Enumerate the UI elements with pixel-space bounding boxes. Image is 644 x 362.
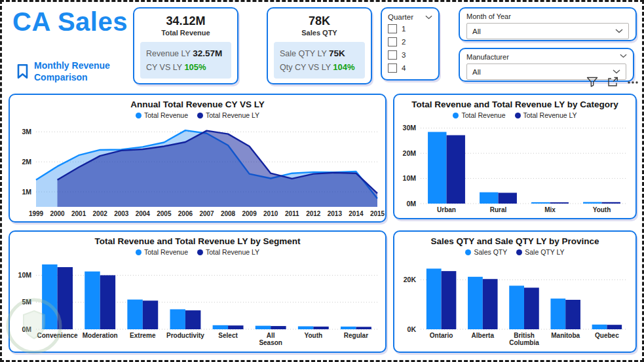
svg-text:2013: 2013 <box>328 210 343 217</box>
svg-text:1M: 1M <box>22 188 31 196</box>
svg-text:30M: 30M <box>403 124 417 132</box>
svg-text:0K: 0K <box>407 325 417 333</box>
chevron-down-icon[interactable] <box>613 69 620 74</box>
month-slicer-title: Month of Year <box>466 12 629 20</box>
legend-item: Total Revenue LY <box>197 111 259 119</box>
bar-chart-plot[interactable]: 0M10M20M30MUrbanRuralMixYouth <box>394 119 635 218</box>
svg-text:20K: 20K <box>404 276 417 283</box>
checkbox-icon[interactable] <box>388 63 397 73</box>
svg-text:20M: 20M <box>403 149 417 157</box>
quarter-option-1[interactable]: 1 <box>388 24 432 33</box>
svg-text:2000: 2000 <box>50 210 65 217</box>
bookmark-nav-button[interactable]: Monthly Revenue Comparison <box>16 60 110 83</box>
svg-text:BritishColumbia: BritishColumbia <box>509 332 539 346</box>
svg-text:Select: Select <box>218 332 238 339</box>
legend-dot-icon <box>197 113 203 118</box>
kpi-ly-label: Sale QTY LY <box>280 49 327 58</box>
chart-legend: Total RevenueTotal Revenue LY <box>10 248 385 256</box>
more-options-icon[interactable] <box>627 81 639 84</box>
svg-text:Youth: Youth <box>593 206 611 213</box>
svg-text:Urban: Urban <box>437 206 456 213</box>
chart-legend: Total RevenueTotal Revenue LY <box>10 111 385 119</box>
kpi-label: Total Revenue <box>161 29 210 37</box>
kpi-ratio-label: Qty CY VS LY <box>280 63 331 72</box>
kpi-comparison-box: Sale QTY LY 75K Qty CY VS LY 104% <box>274 42 365 79</box>
svg-text:2M: 2M <box>22 158 31 166</box>
kpi-ratio-value: 105% <box>184 62 206 72</box>
chart-legend: Sales QTYSale QTY LY <box>394 248 635 256</box>
legend-item: Total Revenue LY <box>197 248 259 256</box>
quarter-option-4[interactable]: 4 <box>388 63 432 73</box>
svg-text:2014: 2014 <box>349 210 364 217</box>
kpi-ratio-label: CY VS LY <box>146 63 182 72</box>
svg-text:2002: 2002 <box>93 210 108 217</box>
svg-text:2004: 2004 <box>136 210 151 217</box>
report-canvas: CA Sales Monthly Revenue Comparison 34.1… <box>0 0 644 362</box>
bookmark-label: Monthly Revenue Comparison <box>34 60 110 83</box>
chevron-down-icon[interactable] <box>425 15 432 20</box>
focus-mode-icon[interactable] <box>607 77 618 88</box>
kpi-card-total-revenue: 34.12M Total Revenue Revenue LY 32.57M C… <box>133 7 238 84</box>
svg-text:Moderation: Moderation <box>83 332 118 339</box>
annual-revenue-area-chart: Annual Total Revenue CY VS LY Total Reve… <box>9 94 387 223</box>
legend-item: Total Revenue <box>453 111 505 119</box>
svg-text:2008: 2008 <box>221 210 236 217</box>
quarter-slicer-title: Quarter <box>388 13 413 21</box>
checkbox-icon[interactable] <box>388 24 397 33</box>
svg-text:2010: 2010 <box>263 210 278 217</box>
svg-text:2007: 2007 <box>199 210 214 217</box>
svg-text:Youth: Youth <box>305 332 323 339</box>
svg-text:2011: 2011 <box>285 210 299 217</box>
svg-text:Convenience: Convenience <box>37 332 78 339</box>
svg-text:1999: 1999 <box>29 210 44 217</box>
bar-chart-plot[interactable]: 0M5M10MConvenienceModerationExtremeProdu… <box>10 256 385 352</box>
svg-text:2003: 2003 <box>114 210 129 217</box>
svg-text:2005: 2005 <box>157 210 172 217</box>
legend-dot-icon <box>515 113 521 118</box>
legend-dot-icon <box>516 249 522 255</box>
kpi-ly-label: Revenue LY <box>146 49 191 58</box>
chevron-down-icon[interactable] <box>620 54 627 58</box>
svg-text:Rural: Rural <box>490 206 507 213</box>
legend-dot-icon <box>465 249 471 255</box>
month-dropdown-value: All <box>472 27 481 35</box>
svg-text:0M: 0M <box>22 325 31 333</box>
svg-text:2015: 2015 <box>370 210 385 217</box>
svg-text:Ontario: Ontario <box>430 332 453 339</box>
legend-item: Sales QTY <box>465 248 507 256</box>
kpi-value: 78K <box>309 14 330 28</box>
legend-item: Total Revenue <box>136 248 188 256</box>
manufacturer-dropdown-value: All <box>472 68 481 76</box>
svg-text:Alberta: Alberta <box>472 332 495 339</box>
kpi-card-sales-qty: 78K Sales QTY Sale QTY LY 75K Qty CY VS … <box>267 7 372 84</box>
bar-chart-plot[interactable]: 0K20KOntarioAlbertaBritishColumbiaManito… <box>394 256 635 352</box>
svg-text:2009: 2009 <box>242 210 257 217</box>
svg-text:2001: 2001 <box>71 210 86 217</box>
month-dropdown[interactable]: All <box>466 23 629 39</box>
quarter-option-2[interactable]: 2 <box>388 37 432 46</box>
province-bar-chart: Sales QTY and Sale QTY LY by Province Sa… <box>393 230 637 353</box>
svg-text:Manitoba: Manitoba <box>551 332 580 339</box>
svg-text:3M: 3M <box>22 128 31 136</box>
svg-text:AllSeason: AllSeason <box>259 332 282 346</box>
bookmark-icon <box>16 63 29 79</box>
legend-dot-icon <box>453 113 459 118</box>
svg-text:Mix: Mix <box>544 206 556 213</box>
chevron-down-icon[interactable] <box>615 29 623 33</box>
legend-dot-icon <box>136 249 142 255</box>
segment-bar-chart: Total Revenue and Total Revenue LY by Se… <box>9 230 387 353</box>
legend-dot-icon <box>197 249 203 255</box>
kpi-ly-value: 32.57M <box>193 48 222 58</box>
filter-icon[interactable] <box>586 77 598 88</box>
area-chart-plot[interactable]: 1M2M3M1999200020012002200320042005200620… <box>10 119 385 221</box>
chart-legend: Total RevenueTotal Revenue LY <box>394 111 635 119</box>
kpi-ly-value: 75K <box>329 48 345 58</box>
quarter-slicer: Quarter 1 2 3 4 <box>381 7 440 81</box>
checkbox-icon[interactable] <box>388 50 397 60</box>
checkbox-icon[interactable] <box>388 37 397 46</box>
kpi-ratio-value: 104% <box>333 62 354 72</box>
quarter-option-3[interactable]: 3 <box>388 50 432 60</box>
chart-title: Sales QTY and Sale QTY LY by Province <box>394 236 635 246</box>
kpi-value: 34.12M <box>166 14 205 28</box>
svg-text:0M: 0M <box>406 200 416 208</box>
